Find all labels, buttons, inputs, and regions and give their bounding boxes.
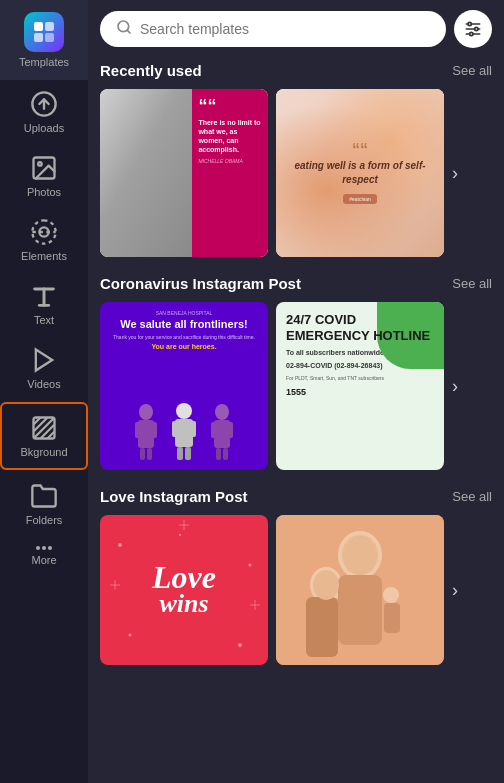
- svg-point-35: [215, 404, 229, 420]
- text-icon: [30, 282, 58, 310]
- card-hotline[interactable]: 24/7 COVID EMERGENCY HOTLINE To all subs…: [276, 302, 444, 470]
- section-title-covid: Coronavirus Instagram Post: [100, 275, 301, 292]
- svg-point-20: [468, 22, 471, 25]
- sidebar-label-folders: Folders: [26, 514, 63, 526]
- search-icon: [116, 19, 132, 39]
- frontliner-figure-1: [131, 402, 161, 462]
- folders-icon: [30, 482, 58, 510]
- covid1-subtitle: Thank you for your service and sacrifice…: [108, 334, 260, 341]
- card1-quote-mark: ““: [198, 97, 262, 115]
- covid1-hospital: SAN BENEJA HOSPITAL: [108, 310, 260, 316]
- svg-line-16: [127, 30, 130, 33]
- card-eating-well[interactable]: ““ eating well is a form of self-respect…: [276, 89, 444, 257]
- svg-point-29: [176, 403, 192, 419]
- svg-point-58: [313, 570, 339, 600]
- main-content: Recently used See all ““ There is no lim…: [88, 0, 504, 783]
- chevron-love[interactable]: ›: [452, 580, 458, 601]
- covid1-title: We salute all frontliners!: [108, 318, 260, 330]
- svg-point-7: [38, 162, 42, 166]
- family-photo-svg: [276, 515, 444, 665]
- svg-rect-25: [135, 422, 141, 438]
- svg-rect-56: [306, 597, 338, 657]
- sidebar-item-folders[interactable]: Folders: [0, 472, 88, 536]
- card1-text: There is no limit to what we, as women, …: [198, 118, 262, 154]
- sidebar-label-background: Bkground: [20, 446, 67, 458]
- filter-button[interactable]: [454, 10, 492, 48]
- search-input-wrapper[interactable]: [100, 11, 446, 47]
- see-all-covid[interactable]: See all: [452, 276, 492, 291]
- svg-point-23: [139, 404, 153, 420]
- photos-icon: [30, 154, 58, 182]
- card-love-wins[interactable]: Love wins: [100, 515, 268, 665]
- section-recently-used: Recently used See all ““ There is no lim…: [100, 62, 492, 257]
- card2-text: eating well is a form of self-respect: [284, 159, 436, 187]
- section-header-love: Love Instagram Post See all: [100, 488, 492, 505]
- svg-point-22: [470, 32, 473, 35]
- svg-rect-28: [147, 448, 152, 460]
- covid2-alt-number: 1555: [286, 387, 434, 397]
- svg-rect-34: [185, 447, 191, 460]
- sidebar-label-more: More: [31, 554, 56, 566]
- svg-point-21: [475, 27, 478, 30]
- sidebar-item-text[interactable]: Text: [0, 272, 88, 336]
- sidebar-label-photos: Photos: [27, 186, 61, 198]
- sidebar-item-elements[interactable]: Elements: [0, 208, 88, 272]
- svg-rect-33: [177, 447, 183, 460]
- sidebar-item-templates[interactable]: Templates: [0, 0, 88, 80]
- sidebar-item-videos[interactable]: Videos: [0, 336, 88, 400]
- svg-rect-39: [216, 448, 221, 460]
- card2-tag: #eatclean: [343, 194, 377, 204]
- card-love-photo[interactable]: [276, 515, 444, 665]
- svg-rect-55: [338, 575, 382, 645]
- love1-main: Love wins: [152, 561, 216, 619]
- section-love: Love Instagram Post See all: [100, 488, 492, 665]
- svg-rect-40: [223, 448, 228, 460]
- svg-point-43: [129, 634, 132, 637]
- sidebar-label-text: Text: [34, 314, 54, 326]
- elements-icon: [30, 218, 58, 246]
- uploads-icon: [30, 90, 58, 118]
- svg-rect-0: [34, 22, 43, 31]
- section-header-covid: Coronavirus Instagram Post See all: [100, 275, 492, 292]
- card1-author: MICHELLE OBAMA: [198, 158, 262, 164]
- sidebar-item-photos[interactable]: Photos: [0, 144, 88, 208]
- sidebar-item-uploads[interactable]: Uploads: [0, 80, 88, 144]
- svg-point-57: [342, 535, 378, 575]
- see-all-love[interactable]: See all: [452, 489, 492, 504]
- svg-point-42: [249, 564, 252, 567]
- sidebar-item-more[interactable]: More: [0, 536, 88, 576]
- section-coronavirus: Coronavirus Instagram Post See all SAN B…: [100, 275, 492, 470]
- covid1-figures: [108, 402, 260, 462]
- covid2-alt-info: For PLDT, Smart, Sun, and TNT subscriber…: [286, 375, 434, 381]
- chevron-covid[interactable]: ›: [452, 376, 458, 397]
- card-frontliners[interactable]: SAN BENEJA HOSPITAL We salute all frontl…: [100, 302, 268, 470]
- covid2-title: 24/7 COVID EMERGENCY HOTLINE: [286, 312, 434, 343]
- chevron-recently[interactable]: ›: [452, 163, 458, 184]
- sidebar-label-templates: Templates: [19, 56, 69, 68]
- section-title-recently: Recently used: [100, 62, 202, 79]
- svg-rect-2: [34, 33, 43, 42]
- cards-row-covid: SAN BENEJA HOSPITAL We salute all frontl…: [100, 302, 492, 470]
- cards-row-recently: ““ There is no limit to what we, as wome…: [100, 89, 492, 257]
- frontliner-figure-3: [207, 402, 237, 462]
- search-bar: [88, 0, 504, 58]
- see-all-recently[interactable]: See all: [452, 63, 492, 78]
- card2-quote-mark: ““: [284, 141, 436, 159]
- svg-rect-31: [172, 421, 178, 437]
- svg-rect-3: [45, 33, 54, 42]
- card-quote-limit[interactable]: ““ There is no limit to what we, as wome…: [100, 89, 268, 257]
- section-title-love: Love Instagram Post: [100, 488, 248, 505]
- section-header-recently: Recently used See all: [100, 62, 492, 79]
- covid1-tagline: You are our heroes.: [108, 343, 260, 350]
- search-input[interactable]: [140, 21, 430, 37]
- svg-rect-60: [384, 603, 400, 633]
- frontliner-figure-2: [169, 402, 199, 462]
- sidebar-label-videos: Videos: [27, 378, 60, 390]
- cards-row-love: Love wins: [100, 515, 492, 665]
- more-icon: [36, 546, 52, 550]
- content-scroll[interactable]: Recently used See all ““ There is no lim…: [88, 58, 504, 783]
- svg-point-41: [118, 543, 122, 547]
- svg-point-44: [238, 643, 242, 647]
- svg-point-45: [179, 534, 181, 536]
- sidebar-item-background[interactable]: Bkground: [0, 402, 88, 470]
